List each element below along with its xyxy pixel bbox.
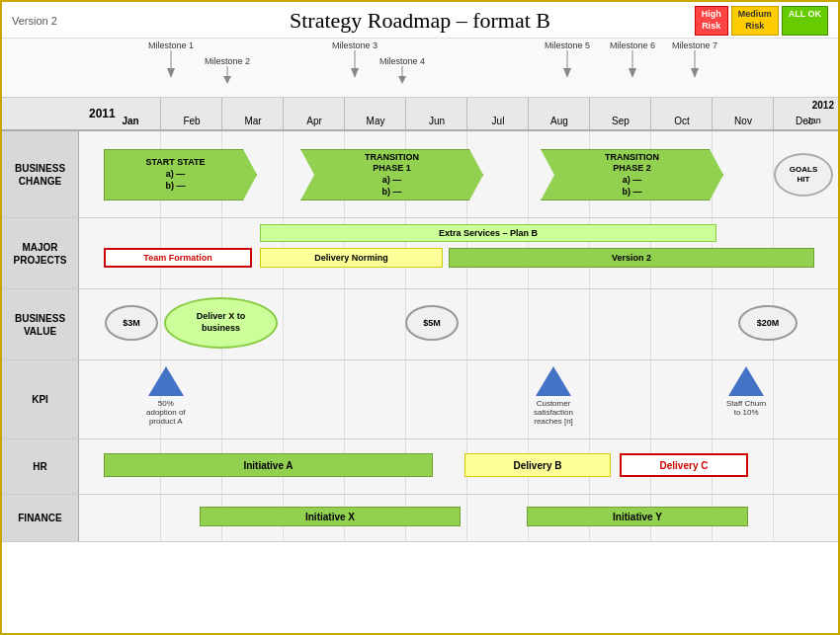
version-label: Version 2 (12, 15, 57, 27)
milestone-3: Milestone 3 (332, 40, 378, 80)
kpi-satisfaction-triangle: Customersatisfactionreaches [n] (534, 366, 573, 426)
business-value-section: BUSINESSVALUE $3M Deliver X tobusiness $… (2, 289, 838, 360)
month-sep: Sep (612, 116, 630, 126)
hr-content: Initiative A Delivery B Delivery C (79, 439, 838, 494)
kpi-label: KPI (2, 360, 79, 438)
date-row: 2011 Jan Feb Mar Apr May Jun Jul Aug Sep… (2, 98, 838, 131)
month-jan: Jan (122, 116, 138, 126)
milestone-7: Milestone 7 (672, 40, 717, 80)
transition-phase1-text: TRANSITIONPHASE 1a) —b) — (351, 152, 433, 198)
start-state-text: START STATEa) —b) — (142, 157, 219, 192)
kpi-churn-label: Staff Churnto 10% (726, 399, 766, 417)
business-change-section: BUSINESSCHANGE START STATEa) —b) — TRANS… (2, 131, 838, 218)
delivery-b-bar: Delivery B (464, 453, 611, 477)
svg-marker-1 (167, 68, 175, 78)
business-change-content: START STATEa) —b) — TRANSITIONPHASE 1a) … (79, 131, 838, 217)
month-oct: Oct (674, 116, 690, 126)
kpi-triangle-shape (148, 366, 184, 396)
svg-marker-3 (223, 76, 231, 84)
milestones-row: Milestone 1 Milestone 2 Milestone 3 Mile… (2, 39, 838, 98)
kpi-satisfaction-shape (536, 366, 571, 396)
version2-bar: Version 2 (449, 248, 814, 268)
milestone-6: Milestone 6 (610, 40, 655, 80)
major-projects-content: Extra Services – Plan B Team Formation D… (79, 218, 838, 288)
kpi-satisfaction-label: Customersatisfactionreaches [n] (534, 399, 573, 426)
major-projects-section: MAJORPROJECTS Extra Services – Plan B Te… (2, 218, 838, 289)
kpi-content: 50%adoption ofproduct A Customersatisfac… (79, 360, 838, 438)
business-value-content: $3M Deliver X tobusiness $5M $20M (79, 289, 838, 359)
svg-marker-13 (691, 68, 699, 78)
finance-content: Initiative X Initiative Y (79, 495, 838, 541)
kpi-adoption-label: 50%adoption ofproduct A (146, 399, 186, 426)
finance-section: FINANCE Initiative X Initiative Y (2, 495, 838, 542)
hr-section: HR Initiative A Delivery B Delivery C (2, 439, 838, 495)
extra-services-bar: Extra Services – Plan B (260, 224, 716, 242)
value-20m-oval: $20M (738, 305, 798, 341)
header: Version 2 Strategy Roadmap – format B Hi… (2, 2, 838, 39)
kpi-adoption-triangle: 50%adoption ofproduct A (146, 366, 186, 426)
all-ok-badge: ALL OK (782, 6, 828, 35)
hr-label: HR (2, 439, 79, 494)
finance-label: FINANCE (2, 495, 79, 541)
svg-marker-7 (398, 76, 406, 84)
milestone-1: Milestone 1 (148, 40, 194, 80)
svg-marker-5 (351, 68, 359, 78)
month-may: May (367, 116, 385, 126)
delivery-c-bar: Delivery C (620, 453, 748, 477)
month-feb: Feb (183, 116, 200, 126)
milestone-4: Milestone 4 (379, 56, 425, 86)
month-nov: Nov (734, 116, 752, 126)
kpi-churn-triangle: Staff Churnto 10% (726, 366, 766, 417)
milestone-5: Milestone 5 (545, 40, 590, 80)
transition-phase2-text: TRANSITIONPHASE 2a) —b) — (591, 152, 673, 198)
value-5m-oval: $5M (405, 305, 459, 341)
initiative-x-bar: Initiative X (200, 507, 461, 526)
delivery-norming-bar: Delivery Norming (260, 248, 443, 268)
high-risk-badge: HighRisk (695, 6, 728, 35)
month-mar: Mar (244, 116, 261, 126)
initiative-y-bar: Initiative Y (527, 507, 748, 526)
year-2012: 2012 (812, 100, 834, 111)
start-state-chevron: START STATEa) —b) — (104, 149, 257, 200)
transition-phase1-chevron: TRANSITIONPHASE 1a) —b) — (300, 149, 483, 200)
business-change-label: BUSINESSCHANGE (2, 131, 79, 217)
month-jun: Jun (429, 116, 445, 126)
value-3m-oval: $3M (105, 305, 158, 341)
goals-hit-circle: GOALSHIT (774, 153, 833, 197)
major-projects-label: MAJORPROJECTS (2, 218, 79, 288)
kpi-section: KPI 50%adoption ofproduct A Customersati… (2, 360, 838, 439)
kpi-churn-shape (728, 366, 764, 396)
team-formation-bar: Team Formation (104, 248, 252, 268)
month-aug: Aug (550, 116, 568, 126)
initiative-a-bar: Initiative A (104, 453, 433, 477)
goals-hit-text: GOALSHIT (790, 165, 817, 186)
month-jan-2012: Jan (806, 116, 821, 125)
main-title: Strategy Roadmap – format B (290, 8, 550, 34)
svg-marker-11 (629, 68, 636, 78)
year-2011: 2011 (89, 107, 116, 120)
business-value-label: BUSINESSVALUE (2, 289, 79, 359)
month-apr: Apr (306, 116, 322, 126)
medium-risk-badge: MediumRisk (731, 6, 779, 35)
risk-badges: HighRisk MediumRisk ALL OK (695, 6, 828, 35)
month-jul: Jul (492, 116, 505, 126)
svg-marker-9 (563, 68, 571, 78)
milestone-2: Milestone 2 (205, 56, 250, 86)
deliver-x-oval: Deliver X tobusiness (164, 297, 278, 349)
transition-phase2-chevron: TRANSITIONPHASE 2a) —b) — (541, 149, 723, 200)
